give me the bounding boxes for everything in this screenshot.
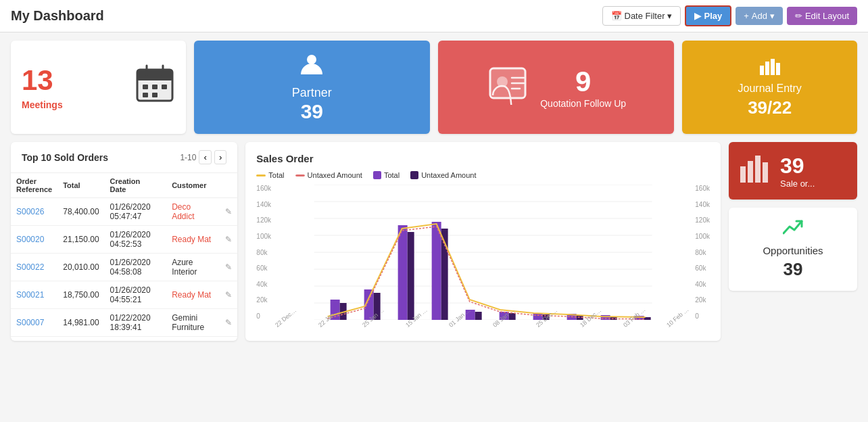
sale-bar-chart-icon (740, 153, 772, 189)
journal-entry-label: Journal Entry (738, 83, 802, 95)
bar-chart-icon (759, 56, 781, 80)
table-row[interactable]: S00021 18,750.00 01/26/2020 04:55:21 Rea… (11, 281, 237, 309)
table-row[interactable]: S00026 78,400.00 01/26/2020 05:47:47 Dec… (11, 198, 237, 226)
cell-date: 01/26/2020 04:58:08 (105, 254, 167, 281)
edit-row-icon[interactable]: ✎ (225, 262, 232, 272)
bar-3-untaxed (408, 232, 414, 320)
sold-orders-table: OrderReference Total CreationDate Custom… (11, 173, 237, 337)
legend-untaxed-line-label: Untaxed Amount (308, 171, 362, 179)
col-ref: OrderReference (11, 173, 57, 198)
y-axis-left: 0 20k 40k 60k 80k 100k 120k 140k 160k (256, 185, 274, 320)
col-total: Total (57, 173, 104, 198)
bar-3-total (398, 225, 408, 320)
pagination: 1-10 ‹ › (180, 150, 226, 164)
quotation-card[interactable]: 9 Quotation Follow Up (438, 41, 674, 134)
prev-page-button[interactable]: ‹ (199, 150, 211, 164)
partner-number: 39 (301, 100, 323, 123)
quotation-number: 9 (575, 66, 591, 98)
cell-total: 20,010.00 (57, 254, 104, 281)
add-button[interactable]: + Add ▾ (736, 7, 783, 25)
journal-entry-card[interactable]: Journal Entry 39/22 (682, 41, 857, 134)
table-scroll-area[interactable]: OrderReference Total CreationDate Custom… (11, 173, 237, 337)
cell-edit[interactable]: ✎ (220, 309, 237, 337)
svg-rect-6 (152, 85, 158, 89)
cell-total: 78,400.00 (57, 198, 104, 226)
cell-ref: S00022 (11, 254, 57, 281)
pencil-icon: ✏ (795, 11, 802, 21)
legend-total-line-color (256, 174, 266, 177)
cell-ref: S00026 (11, 198, 57, 226)
legend-untaxed-line: Untaxed Amount (295, 171, 362, 179)
plus-icon: + (744, 11, 749, 21)
person-icon (299, 51, 324, 80)
cell-date: 01/26/2020 04:52:53 (105, 226, 167, 254)
date-filter-button[interactable]: 📅 Date Filter ▾ (602, 6, 681, 26)
table-row[interactable]: S00022 20,010.00 01/26/2020 04:58:08 Azu… (11, 254, 237, 281)
partner-label: Partner (292, 86, 332, 100)
meetings-card[interactable]: 13 Meetings (11, 41, 186, 134)
legend-total-line-label: Total (268, 171, 284, 179)
svg-rect-30 (740, 166, 746, 183)
bottom-row: Top 10 Sold Orders 1-10 ‹ › OrderReferen… (11, 142, 857, 341)
quotation-info: 9 Quotation Follow Up (540, 66, 626, 109)
sale-orders-card[interactable]: 39 Sale or... (729, 142, 857, 200)
cell-edit[interactable]: ✎ (220, 254, 237, 281)
opportunities-label: Opportunities (763, 245, 823, 256)
svg-rect-5 (143, 85, 148, 89)
play-button[interactable]: ▶ Play (685, 5, 731, 26)
pagination-range: 1-10 (180, 153, 196, 162)
edit-layout-button[interactable]: ✏ Edit Layout (787, 7, 857, 25)
cell-edit[interactable]: ✎ (220, 281, 237, 309)
legend-untaxed-bar-color (410, 171, 418, 179)
partner-card[interactable]: Partner 39 (194, 41, 430, 134)
edit-row-icon[interactable]: ✎ (225, 207, 232, 216)
main-content: 13 Meetings (0, 32, 868, 349)
play-icon: ▶ (694, 11, 701, 21)
svg-rect-8 (143, 93, 148, 97)
sale-orders-number: 39 (780, 154, 804, 179)
top10-table-panel: Top 10 Sold Orders 1-10 ‹ › OrderReferen… (11, 142, 237, 341)
calendar-icon: 📅 (611, 11, 622, 21)
svg-point-10 (307, 55, 316, 64)
cell-total: 21,150.00 (57, 226, 104, 254)
opportunities-card[interactable]: Opportunities 39 (729, 208, 857, 291)
next-page-button[interactable]: › (214, 150, 226, 164)
cell-edit[interactable]: ✎ (220, 226, 237, 254)
header-actions: 📅 Date Filter ▾ ▶ Play + Add ▾ ✏ Edit La… (602, 5, 858, 26)
sales-order-chart-panel: Sales Order Total Untaxed Amount Total U… (245, 142, 721, 341)
svg-rect-2 (137, 70, 172, 80)
header: My Dashboard 📅 Date Filter ▾ ▶ Play + Ad… (0, 0, 868, 32)
table-row[interactable]: S00007 14,981.00 01/22/2020 18:39:41 Gem… (11, 309, 237, 337)
meetings-number: 13 (22, 64, 63, 97)
legend-total-line: Total (256, 171, 284, 179)
cell-total: 18,750.00 (57, 281, 104, 309)
calendar-large-icon (135, 63, 175, 112)
col-customer: Customer (166, 173, 220, 198)
address-card-icon (486, 62, 529, 113)
table-title: Top 10 Sold Orders (22, 152, 108, 163)
opportunities-number: 39 (783, 259, 803, 280)
bar-4-total (432, 222, 441, 320)
page-title: My Dashboard (11, 8, 104, 24)
legend-untaxed-bar-label: Untaxed Amount (421, 171, 476, 179)
cell-edit[interactable]: ✎ (220, 198, 237, 226)
cell-customer: Ready Mat (166, 281, 220, 309)
bar-5-untaxed (475, 312, 482, 320)
x-axis-labels: 22 Dec 2019 22 Jan 2020 25 Jan 2020 15 J… (274, 323, 692, 330)
edit-row-icon[interactable]: ✎ (225, 235, 232, 244)
legend-total-bar: Total (373, 171, 400, 179)
cell-date: 01/26/2020 05:47:47 (105, 198, 167, 226)
legend-untaxed-bar: Untaxed Amount (410, 171, 476, 179)
svg-rect-20 (776, 63, 780, 75)
chevron-down-icon: ▾ (667, 11, 672, 21)
col-date: CreationDate (105, 173, 167, 198)
cell-ref: S00021 (11, 281, 57, 309)
cell-date: 01/22/2020 18:39:41 (105, 309, 167, 337)
edit-row-icon[interactable]: ✎ (225, 318, 232, 327)
svg-rect-31 (748, 161, 753, 183)
svg-rect-9 (152, 93, 158, 97)
edit-row-icon[interactable]: ✎ (225, 290, 232, 300)
table-row[interactable]: S00020 21,150.00 01/26/2020 04:52:53 Rea… (11, 226, 237, 254)
chart-legend: Total Untaxed Amount Total Untaxed Amoun… (256, 171, 710, 179)
cell-date: 01/26/2020 04:55:21 (105, 281, 167, 309)
